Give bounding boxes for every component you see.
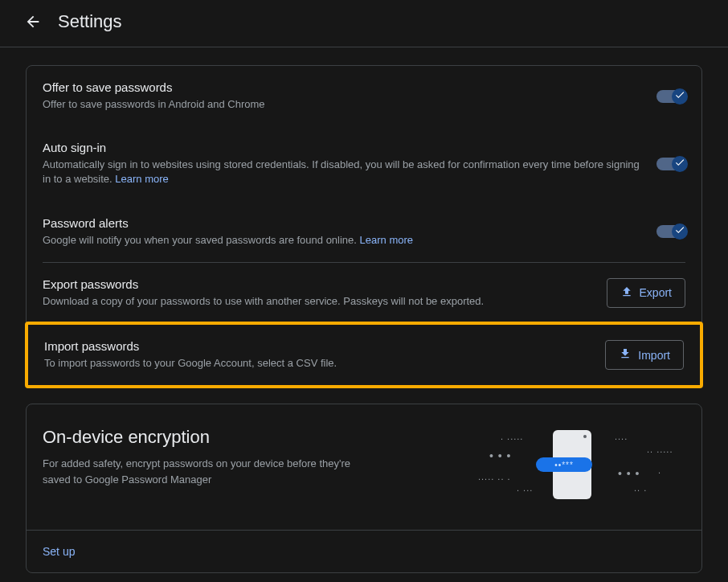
setting-auto-signin: Auto sign-in Automatically sign in to we… [27, 126, 701, 201]
toggle-offer-save[interactable] [644, 90, 685, 103]
upload-icon [620, 285, 633, 301]
header: Settings [0, 0, 728, 47]
back-arrow-icon[interactable] [24, 13, 42, 31]
export-button[interactable]: Export [607, 278, 685, 308]
button-label: Import [638, 349, 670, 362]
setting-export: Export passwords Download a copy of your… [27, 263, 701, 323]
settings-card: Offer to save passwords Offer to save pa… [26, 65, 702, 387]
learn-more-link[interactable]: Learn more [360, 234, 413, 246]
setting-text: Import passwords To import passwords to … [44, 339, 592, 371]
encryption-card: On-device encryption For added safety, e… [26, 404, 702, 573]
encryption-desc: For added safety, encrypt passwords on y… [43, 456, 364, 487]
setting-desc: To import passwords to your Google Accou… [44, 356, 592, 371]
page-title: Settings [58, 11, 122, 32]
setting-desc: Google will notify you when your saved p… [43, 233, 644, 248]
setting-desc: Automatically sign in to websites using … [43, 158, 644, 186]
button-label: Export [640, 286, 672, 299]
encryption-illustration: . ..... • • • ..... .. . . ... ••*** ...… [460, 427, 685, 507]
encryption-body: On-device encryption For added safety, e… [27, 404, 701, 530]
setting-desc: Download a copy of your passwords to use… [43, 294, 594, 309]
setting-title: Offer to save passwords [43, 80, 644, 94]
learn-more-link[interactable]: Learn more [115, 173, 168, 185]
setting-title: Password alerts [43, 216, 644, 230]
desc-text: Google will notify you when your saved p… [43, 234, 360, 246]
password-pill-icon: ••*** [536, 457, 592, 472]
setting-text: Offer to save passwords Offer to save pa… [43, 80, 644, 112]
setting-title: Auto sign-in [43, 141, 644, 154]
setting-title: Export passwords [43, 277, 594, 291]
setting-text: Password alerts Google will notify you w… [43, 216, 644, 248]
setting-title: Import passwords [44, 339, 592, 353]
setting-text: Auto sign-in Automatically sign in to we… [43, 141, 644, 186]
toggle-auto-signin[interactable] [644, 158, 685, 170]
setting-import: Import passwords To import passwords to … [28, 325, 700, 385]
encryption-title: On-device encryption [43, 427, 460, 448]
toggle-password-alerts[interactable] [644, 225, 685, 238]
encryption-text: On-device encryption For added safety, e… [43, 427, 460, 487]
setting-desc: Offer to save passwords in Android and C… [43, 97, 644, 112]
setting-password-alerts: Password alerts Google will notify you w… [27, 202, 701, 262]
download-icon [619, 347, 632, 363]
setting-offer-save: Offer to save passwords Offer to save pa… [27, 66, 701, 126]
setting-text: Export passwords Download a copy of your… [43, 277, 594, 309]
setting-import-highlighted: Import passwords To import passwords to … [25, 322, 703, 388]
import-button[interactable]: Import [605, 340, 684, 370]
content: Offer to save passwords Offer to save pa… [0, 47, 728, 582]
setup-row: Set up [27, 531, 701, 572]
setup-link[interactable]: Set up [43, 545, 75, 558]
